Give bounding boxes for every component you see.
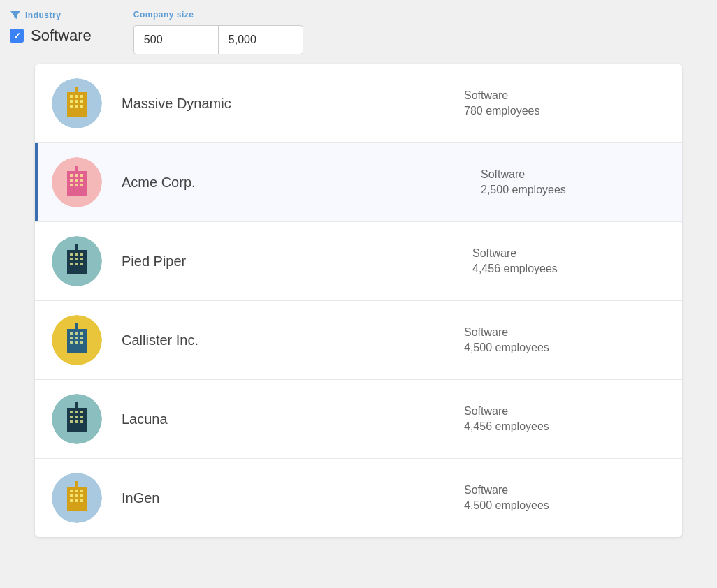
company-avatar — [52, 236, 102, 286]
svg-rect-93 — [75, 490, 78, 492]
company-name: Massive Dynamic — [122, 96, 450, 112]
company-row[interactable]: InGen Software 4,500 employees — [35, 459, 682, 537]
svg-rect-27 — [70, 184, 73, 186]
svg-rect-4 — [80, 95, 83, 98]
svg-rect-43 — [80, 263, 83, 265]
svg-rect-39 — [75, 258, 78, 260]
svg-rect-54 — [70, 332, 73, 335]
company-employees: 2,500 employees — [481, 184, 621, 196]
svg-rect-78 — [80, 416, 83, 418]
svg-rect-29 — [80, 184, 83, 186]
company-info: Software 4,500 employees — [464, 484, 604, 512]
svg-rect-55 — [75, 332, 78, 335]
svg-rect-7 — [80, 100, 83, 103]
company-name: Callister Inc. — [122, 332, 450, 348]
company-industry: Software — [464, 89, 604, 102]
industry-option-label: Software — [31, 27, 92, 45]
company-row[interactable]: Callister Inc. Software 4,500 employees — [35, 301, 682, 380]
industry-checkbox[interactable]: ✓ — [10, 29, 24, 43]
svg-rect-92 — [70, 490, 73, 492]
svg-rect-9 — [75, 105, 78, 108]
svg-rect-94 — [80, 490, 83, 492]
svg-rect-79 — [70, 420, 73, 423]
svg-rect-24 — [70, 179, 73, 182]
company-info: Software 4,456 employees — [472, 247, 612, 275]
svg-rect-2 — [70, 95, 73, 98]
company-row[interactable]: Acme Corp. Software 2,500 employees — [35, 143, 682, 222]
svg-rect-21 — [70, 174, 73, 177]
company-employees: 780 employees — [464, 105, 604, 117]
svg-rect-81 — [80, 420, 83, 423]
industry-filter-row: ✓ Software — [10, 27, 92, 45]
social-icons — [632, 333, 665, 347]
svg-rect-100 — [80, 499, 83, 502]
svg-rect-75 — [80, 411, 83, 413]
svg-rect-37 — [80, 253, 83, 256]
svg-rect-97 — [80, 494, 83, 497]
svg-rect-63 — [75, 323, 78, 330]
company-size-filter-label: Company size — [133, 10, 303, 20]
svg-rect-41 — [70, 263, 73, 265]
svg-rect-25 — [75, 179, 78, 182]
company-employees: 4,500 employees — [464, 499, 604, 512]
company-name: Pied Piper — [122, 253, 458, 270]
company-industry: Software — [481, 168, 621, 181]
svg-rect-99 — [75, 499, 78, 502]
company-size-range — [133, 25, 303, 54]
social-icons — [632, 96, 665, 110]
company-info: Software 4,456 employees — [464, 405, 604, 433]
svg-rect-28 — [75, 184, 78, 186]
svg-rect-73 — [70, 411, 73, 413]
results-container: Massive Dynamic Software 780 employees — [35, 64, 682, 537]
company-name: Acme Corp. — [122, 175, 467, 191]
company-avatar — [52, 473, 102, 523]
company-row[interactable]: Massive Dynamic Software 780 employees — [35, 64, 682, 143]
company-employees: 4,500 employees — [464, 341, 604, 354]
company-avatar — [52, 157, 102, 207]
company-info: Software 2,500 employees — [481, 168, 621, 196]
svg-rect-10 — [80, 105, 83, 108]
company-row[interactable]: Pied Piper Software 4,456 employees — [35, 222, 682, 301]
svg-rect-6 — [75, 100, 78, 103]
social-icons — [649, 175, 665, 189]
svg-rect-95 — [70, 494, 73, 497]
svg-rect-62 — [80, 341, 83, 344]
svg-rect-42 — [75, 263, 78, 265]
svg-rect-74 — [75, 411, 78, 413]
svg-rect-3 — [75, 95, 78, 98]
company-industry: Software — [472, 247, 612, 260]
company-industry: Software — [464, 405, 604, 418]
industry-filter-label: Industry — [25, 10, 61, 20]
svg-rect-60 — [70, 341, 73, 344]
svg-rect-11 — [75, 87, 78, 94]
svg-rect-40 — [80, 258, 83, 260]
svg-rect-26 — [80, 179, 83, 182]
company-avatar — [52, 394, 102, 444]
social-icons — [640, 254, 665, 268]
svg-rect-44 — [75, 244, 78, 251]
svg-rect-82 — [75, 402, 78, 409]
company-row[interactable]: Lacuna Software 4,456 employees — [35, 380, 682, 459]
svg-rect-98 — [70, 499, 73, 502]
company-name: InGen — [122, 490, 450, 506]
funnel-icon — [10, 10, 21, 21]
social-icons — [632, 412, 665, 426]
svg-rect-22 — [75, 174, 78, 177]
svg-rect-80 — [75, 420, 78, 423]
company-size-filter-section: Company size — [133, 10, 303, 54]
svg-rect-35 — [70, 253, 73, 256]
svg-rect-57 — [70, 337, 73, 339]
company-info: Software 4,500 employees — [464, 326, 604, 354]
svg-rect-5 — [70, 100, 73, 103]
company-employees: 4,456 employees — [472, 263, 612, 275]
company-info: Software 780 employees — [464, 89, 604, 117]
svg-rect-38 — [70, 258, 73, 260]
size-max-input[interactable] — [219, 27, 303, 53]
svg-rect-58 — [75, 337, 78, 339]
svg-rect-59 — [80, 337, 83, 339]
size-min-input[interactable] — [134, 27, 218, 53]
social-icons — [632, 491, 665, 505]
svg-rect-56 — [80, 332, 83, 335]
svg-rect-101 — [75, 481, 78, 488]
filter-bar: Industry ✓ Software Company size — [0, 0, 717, 64]
